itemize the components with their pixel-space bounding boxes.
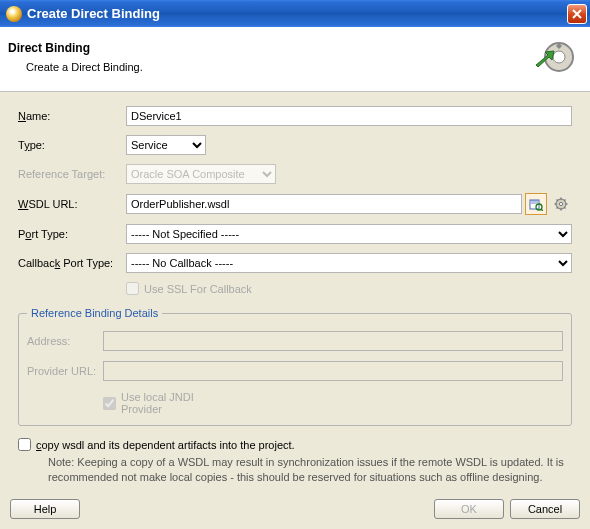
generate-wsdl-button[interactable] <box>550 193 572 215</box>
reference-binding-details-legend: Reference Binding Details <box>27 307 162 319</box>
port-type-select[interactable]: ----- Not Specified ----- <box>126 224 572 244</box>
close-button[interactable] <box>567 4 587 24</box>
wsdl-url-label: WSDL URL: <box>18 198 126 210</box>
reference-target-select: Oracle SOA Composite <box>126 164 276 184</box>
binding-icon <box>532 35 576 79</box>
window-title: Create Direct Binding <box>27 6 567 21</box>
browse-wsdl-button[interactable] <box>525 193 547 215</box>
use-local-jndi-label: Use local JNDI Provider <box>121 391 197 415</box>
callback-port-type-label: Callback Port Type: <box>18 257 126 269</box>
address-label: Address: <box>27 335 103 347</box>
copy-wsdl-checkbox[interactable] <box>18 438 31 451</box>
name-label: Name: <box>18 110 126 122</box>
help-button[interactable]: Help <box>10 499 80 519</box>
dialog-header: Direct Binding Create a Direct Binding. <box>0 27 590 92</box>
cancel-button[interactable]: Cancel <box>510 499 580 519</box>
reference-binding-details-group: Reference Binding Details Address: Provi… <box>18 307 572 426</box>
callback-port-type-select[interactable]: ----- No Callback ----- <box>126 253 572 273</box>
address-input <box>103 331 563 351</box>
port-type-label: Port Type: <box>18 228 126 240</box>
page-title: Direct Binding <box>8 41 143 55</box>
app-icon <box>6 6 22 22</box>
copy-wsdl-note: Note: Keeping a copy of a WSDL may resul… <box>48 455 572 485</box>
find-wsdl-icon <box>529 197 543 211</box>
use-ssl-checkbox <box>126 282 139 295</box>
page-subtitle: Create a Direct Binding. <box>8 61 143 73</box>
svg-point-1 <box>553 51 565 63</box>
type-label: Type: <box>18 139 126 151</box>
use-local-jndi-checkbox <box>103 397 116 410</box>
use-ssl-label: Use SSL For Callback <box>144 283 252 295</box>
reference-target-label: Reference Target: <box>18 168 126 180</box>
ok-button: OK <box>434 499 504 519</box>
type-select[interactable]: Service <box>126 135 206 155</box>
form-content: Name: Type: Service Reference Target: Or… <box>0 92 590 493</box>
title-bar: Create Direct Binding <box>0 0 590 27</box>
name-input[interactable] <box>126 106 572 126</box>
close-icon <box>572 9 582 19</box>
gear-icon <box>554 197 568 211</box>
button-bar: Help OK Cancel <box>0 493 590 525</box>
svg-point-6 <box>559 202 562 205</box>
provider-url-label: Provider URL: <box>27 365 103 377</box>
provider-url-input <box>103 361 563 381</box>
svg-line-4 <box>541 209 543 211</box>
copy-wsdl-label: copy wsdl and its dependent artifacts in… <box>36 439 295 451</box>
wsdl-url-input[interactable] <box>126 194 522 214</box>
